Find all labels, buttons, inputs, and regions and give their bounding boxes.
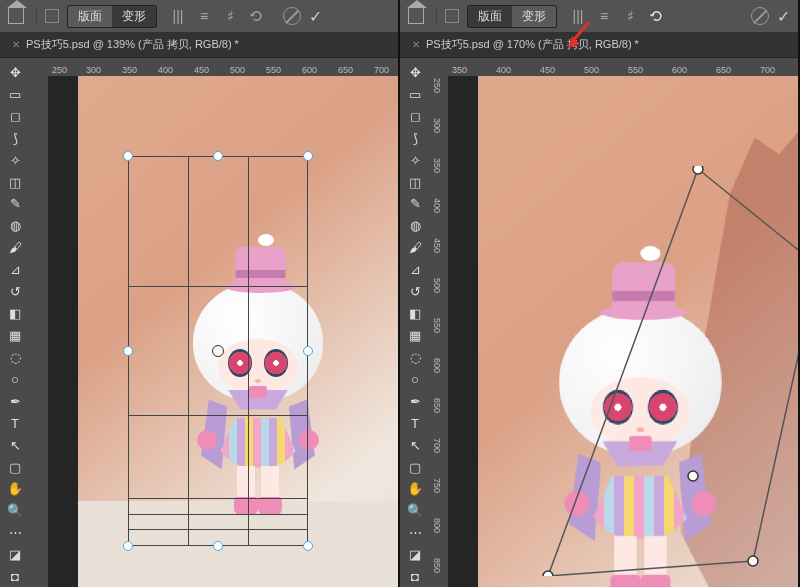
mesh-icon[interactable] bbox=[45, 9, 59, 23]
clone-tool[interactable]: ⊿ bbox=[2, 259, 28, 280]
blur-tool[interactable]: ◌ bbox=[402, 347, 428, 368]
eyedropper-tool[interactable]: ✎ bbox=[2, 194, 28, 215]
fg-bg-swatch[interactable]: ◪ bbox=[2, 544, 28, 565]
btn-banmian[interactable]: 版面 bbox=[68, 6, 112, 27]
more-tools[interactable]: ⋯ bbox=[2, 522, 28, 543]
eyedropper-tool[interactable]: ✎ bbox=[402, 194, 428, 215]
text-tool[interactable]: T bbox=[402, 413, 428, 434]
handle-br[interactable] bbox=[303, 541, 313, 551]
warp-bounding-box[interactable] bbox=[518, 166, 798, 576]
eraser-tool[interactable]: ◧ bbox=[2, 303, 28, 324]
gradient-tool[interactable]: ▦ bbox=[402, 325, 428, 346]
transform-mode-toggle[interactable]: 版面 变形 bbox=[67, 5, 157, 28]
artboard-tool[interactable]: ▭ bbox=[2, 84, 28, 105]
commit-icon[interactable]: ✓ bbox=[777, 7, 790, 26]
warp-handle-br bbox=[748, 556, 758, 566]
canvas[interactable] bbox=[78, 76, 398, 587]
handle-t[interactable] bbox=[213, 151, 223, 161]
cancel-icon[interactable] bbox=[751, 7, 769, 25]
handle-bl[interactable] bbox=[123, 541, 133, 551]
path-tool[interactable]: ↖ bbox=[2, 435, 28, 456]
tab-title: PS技巧5.psd @ 170% (产品 拷贝, RGB/8) * bbox=[426, 37, 639, 52]
handle-r[interactable] bbox=[303, 346, 313, 356]
panel-left: 版面 变形 ||| ≡ ♯ ✓ ✕ PS技巧5.psd @ 139% (产品 拷… bbox=[0, 0, 400, 587]
handle-l[interactable] bbox=[123, 346, 133, 356]
lasso-tool[interactable]: ⟆ bbox=[402, 128, 428, 149]
grid-snap-icon[interactable]: ♯ bbox=[623, 9, 637, 23]
btn-bianxing[interactable]: 变形 bbox=[512, 6, 556, 27]
gradient-tool[interactable]: ▦ bbox=[2, 325, 28, 346]
ruler-horizontal: 250 300 350 400 450 500 550 600 650 700 bbox=[30, 58, 398, 76]
dodge-tool[interactable]: ○ bbox=[402, 369, 428, 390]
wand-tool[interactable]: ✧ bbox=[2, 150, 28, 171]
history-brush-tool[interactable]: ↺ bbox=[2, 281, 28, 302]
pen-tool[interactable]: ✒ bbox=[2, 391, 28, 412]
wand-tool[interactable]: ✧ bbox=[402, 150, 428, 171]
ruler-horizontal: 350 400 450 500 550 600 650 700 bbox=[430, 58, 798, 76]
shape-tool[interactable]: ▢ bbox=[2, 457, 28, 478]
marquee-tool[interactable]: ◻ bbox=[2, 106, 28, 127]
blur-tool[interactable]: ◌ bbox=[2, 347, 28, 368]
path-tool[interactable]: ↖ bbox=[402, 435, 428, 456]
pen-tool[interactable]: ✒ bbox=[402, 391, 428, 412]
history-brush-tool[interactable]: ↺ bbox=[402, 281, 428, 302]
cancel-icon[interactable] bbox=[283, 7, 301, 25]
document-tab[interactable]: ✕ PS技巧5.psd @ 139% (产品 拷贝, RGB/8) * bbox=[12, 37, 239, 52]
undo-icon[interactable] bbox=[649, 9, 663, 23]
options-bar: 版面 变形 ||| ≡ ♯ ✓ bbox=[0, 0, 398, 32]
text-tool[interactable]: T bbox=[2, 413, 28, 434]
hand-tool[interactable]: ✋ bbox=[2, 479, 28, 500]
clone-tool[interactable]: ⊿ bbox=[402, 259, 428, 280]
warp-handle-bl bbox=[543, 571, 553, 576]
home-icon[interactable] bbox=[408, 8, 424, 24]
canvas[interactable] bbox=[478, 76, 798, 587]
dodge-tool[interactable]: ○ bbox=[2, 369, 28, 390]
toolbox: ✥ ▭ ◻ ⟆ ✧ ◫ ✎ ◍ 🖌 ⊿ ↺ ◧ ▦ ◌ ○ ✒ T ↖ ▢ ✋ … bbox=[0, 58, 30, 587]
document-tab[interactable]: ✕ PS技巧5.psd @ 170% (产品 拷贝, RGB/8) * bbox=[412, 37, 639, 52]
undo-icon[interactable] bbox=[249, 9, 263, 23]
toolbox: ✥ ▭ ◻ ⟆ ✧ ◫ ✎ ◍ 🖌 ⊿ ↺ ◧ ▦ ◌ ○ ✒ T ↖ ▢ ✋ … bbox=[400, 58, 430, 587]
marquee-tool[interactable]: ◻ bbox=[402, 106, 428, 127]
move-tool[interactable]: ✥ bbox=[402, 62, 428, 83]
hand-tool[interactable]: ✋ bbox=[402, 479, 428, 500]
split-h-icon[interactable]: ≡ bbox=[197, 9, 211, 23]
fg-bg-swatch[interactable]: ◪ bbox=[402, 544, 428, 565]
handle-tr[interactable] bbox=[303, 151, 313, 161]
options-bar: 版面 变形 ||| ≡ ♯ ✓ bbox=[400, 0, 798, 32]
lasso-tool[interactable]: ⟆ bbox=[2, 128, 28, 149]
crop-tool[interactable]: ◫ bbox=[2, 172, 28, 193]
spot-heal-tool[interactable]: ◍ bbox=[2, 215, 28, 236]
annotation-arrow bbox=[564, 20, 594, 52]
brush-tool[interactable]: 🖌 bbox=[2, 237, 28, 258]
more-tools[interactable]: ⋯ bbox=[402, 522, 428, 543]
brush-tool[interactable]: 🖌 bbox=[402, 237, 428, 258]
btn-bianxing[interactable]: 变形 bbox=[112, 6, 156, 27]
tab-title: PS技巧5.psd @ 139% (产品 拷贝, RGB/8) * bbox=[26, 37, 239, 52]
artboard-tool[interactable]: ▭ bbox=[402, 84, 428, 105]
handle-tl[interactable] bbox=[123, 151, 133, 161]
svg-marker-0 bbox=[548, 169, 798, 576]
mesh-icon[interactable] bbox=[445, 9, 459, 23]
tabbar: ✕ PS技巧5.psd @ 170% (产品 拷贝, RGB/8) * bbox=[400, 32, 798, 58]
home-icon[interactable] bbox=[8, 8, 24, 24]
spot-heal-tool[interactable]: ◍ bbox=[402, 215, 428, 236]
move-tool[interactable]: ✥ bbox=[2, 62, 28, 83]
zoom-tool[interactable]: 🔍 bbox=[402, 500, 428, 521]
split-v-icon[interactable]: ||| bbox=[171, 9, 185, 23]
grid-snap-icon[interactable]: ♯ bbox=[223, 9, 237, 23]
split-h-icon[interactable]: ≡ bbox=[597, 9, 611, 23]
quickmask-tool[interactable]: ◘ bbox=[2, 566, 28, 587]
shape-tool[interactable]: ▢ bbox=[402, 457, 428, 478]
quickmask-tool[interactable]: ◘ bbox=[402, 566, 428, 587]
transform-bounding-box[interactable] bbox=[128, 156, 308, 546]
close-icon[interactable]: ✕ bbox=[412, 39, 420, 50]
handle-b[interactable] bbox=[213, 541, 223, 551]
close-icon[interactable]: ✕ bbox=[12, 39, 20, 50]
transform-mode-toggle[interactable]: 版面 变形 bbox=[467, 5, 557, 28]
zoom-tool[interactable]: 🔍 bbox=[2, 500, 28, 521]
center-point[interactable] bbox=[212, 345, 224, 357]
eraser-tool[interactable]: ◧ bbox=[402, 303, 428, 324]
commit-icon[interactable]: ✓ bbox=[309, 7, 322, 26]
btn-banmian[interactable]: 版面 bbox=[468, 6, 512, 27]
crop-tool[interactable]: ◫ bbox=[402, 172, 428, 193]
